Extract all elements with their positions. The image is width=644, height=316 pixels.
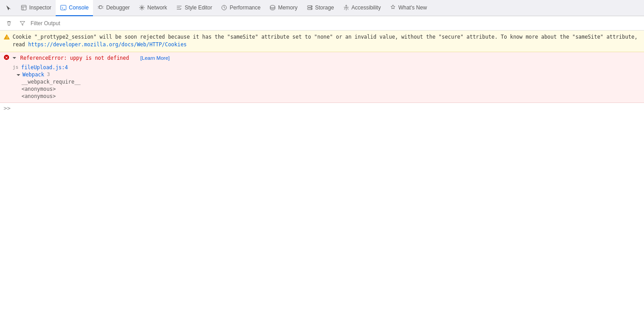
triangle-warning-icon: ! bbox=[4, 34, 10, 40]
console-icon bbox=[60, 4, 66, 11]
filter-funnel-icon bbox=[19, 20, 26, 27]
stack-trace: js fileUpload.js:4 Webpack 3 __webpack_r… bbox=[0, 64, 644, 102]
error-message-text: ReferenceError: uppy is not defined bbox=[20, 55, 129, 61]
pick-element-button[interactable] bbox=[2, 1, 16, 15]
performance-icon bbox=[221, 4, 227, 11]
inspector-icon bbox=[21, 4, 27, 11]
stack-file-name: fileUpload.js bbox=[21, 64, 62, 71]
webpack-item-1: __webpack_require__ bbox=[22, 78, 640, 85]
console-tab-label: Console bbox=[69, 4, 88, 11]
filter-bar bbox=[0, 16, 644, 31]
webpack-row: Webpack 3 bbox=[13, 71, 640, 78]
svg-point-10 bbox=[311, 8, 311, 9]
error-message-row: ✕ ReferenceError: uppy is not defined [L… bbox=[0, 52, 644, 103]
debugger-tab-label: Debugger bbox=[106, 4, 130, 11]
error-circle-icon: ✕ bbox=[4, 54, 9, 62]
trash-button[interactable] bbox=[4, 18, 14, 29]
svg-rect-0 bbox=[22, 5, 26, 10]
performance-tab-label: Performance bbox=[229, 4, 260, 11]
warning-message-row: ! Cookie "_prottype2_session" will be so… bbox=[0, 31, 644, 52]
filter-input[interactable] bbox=[31, 20, 640, 27]
tab-inspector[interactable]: Inspector bbox=[16, 0, 56, 16]
svg-text:✕: ✕ bbox=[5, 56, 8, 60]
webpack-count: 3 bbox=[47, 71, 50, 77]
whats-new-icon bbox=[390, 4, 396, 11]
tab-network[interactable]: Network bbox=[134, 0, 172, 16]
webpack-expand-toggle[interactable] bbox=[16, 72, 21, 77]
accessibility-tab-label: Accessibility bbox=[352, 4, 381, 11]
stack-js-label: js bbox=[13, 64, 18, 70]
error-header: ✕ ReferenceError: uppy is not defined [L… bbox=[0, 52, 644, 64]
svg-point-11 bbox=[345, 5, 347, 6]
stack-line-number: 4 bbox=[65, 64, 68, 71]
stack-file-link[interactable]: fileUpload.js:4 bbox=[21, 64, 68, 71]
inspector-tab-label: Inspector bbox=[29, 4, 51, 11]
console-output: ! Cookie "_prottype2_session" will be so… bbox=[0, 31, 644, 316]
warning-icon: ! bbox=[4, 34, 10, 41]
tab-debugger[interactable]: Debugger bbox=[93, 0, 134, 16]
tab-style-editor[interactable]: Style Editor bbox=[172, 0, 216, 16]
svg-point-9 bbox=[311, 6, 311, 6]
style-editor-icon bbox=[176, 4, 182, 11]
storage-tab-label: Storage bbox=[315, 4, 334, 11]
svg-point-4 bbox=[99, 5, 102, 9]
console-input-row: >> bbox=[0, 103, 644, 113]
memory-icon bbox=[269, 4, 276, 11]
network-tab-label: Network bbox=[147, 4, 167, 11]
devtools-toolbar: Inspector Console Debugger Network Style… bbox=[0, 0, 644, 16]
storage-icon bbox=[307, 4, 313, 11]
tab-whats-new[interactable]: What's New bbox=[385, 0, 432, 16]
pick-element-icon bbox=[5, 4, 13, 12]
console-prompt-symbol: >> bbox=[4, 105, 11, 111]
tab-accessibility[interactable]: Accessibility bbox=[339, 0, 385, 16]
tab-performance[interactable]: Performance bbox=[216, 0, 265, 16]
accessibility-icon bbox=[343, 4, 349, 11]
trash-icon bbox=[6, 20, 12, 27]
error-expand-toggle[interactable] bbox=[12, 55, 18, 61]
debugger-icon bbox=[97, 4, 104, 11]
warning-link[interactable]: https://developer.mozilla.org/docs/Web/H… bbox=[28, 41, 187, 48]
network-icon bbox=[139, 4, 145, 11]
webpack-item-2: <anonymous> bbox=[22, 85, 640, 93]
chevron-down-small-icon bbox=[16, 73, 21, 77]
tab-console[interactable]: Console bbox=[56, 0, 93, 16]
chevron-down-icon bbox=[12, 56, 17, 60]
style-editor-tab-label: Style Editor bbox=[185, 4, 212, 11]
svg-rect-3 bbox=[61, 5, 66, 10]
filter-icon-button[interactable] bbox=[17, 18, 28, 29]
memory-tab-label: Memory bbox=[278, 4, 297, 11]
learn-more-link[interactable]: [Learn More] bbox=[141, 55, 170, 61]
tab-storage[interactable]: Storage bbox=[302, 0, 339, 16]
whats-new-tab-label: What's New bbox=[398, 4, 427, 11]
webpack-item-3: <anonymous> bbox=[22, 93, 640, 100]
svg-point-6 bbox=[270, 5, 275, 7]
svg-text:!: ! bbox=[7, 36, 8, 40]
error-icon-svg: ✕ bbox=[4, 54, 9, 60]
tab-memory[interactable]: Memory bbox=[265, 0, 302, 16]
webpack-items: __webpack_require__ <anonymous> <anonymo… bbox=[13, 78, 640, 100]
stack-file-row: js fileUpload.js:4 bbox=[13, 64, 640, 71]
webpack-label-link[interactable]: Webpack bbox=[22, 71, 44, 78]
warning-text: Cookie "_prottype2_session" will be soon… bbox=[13, 33, 640, 49]
